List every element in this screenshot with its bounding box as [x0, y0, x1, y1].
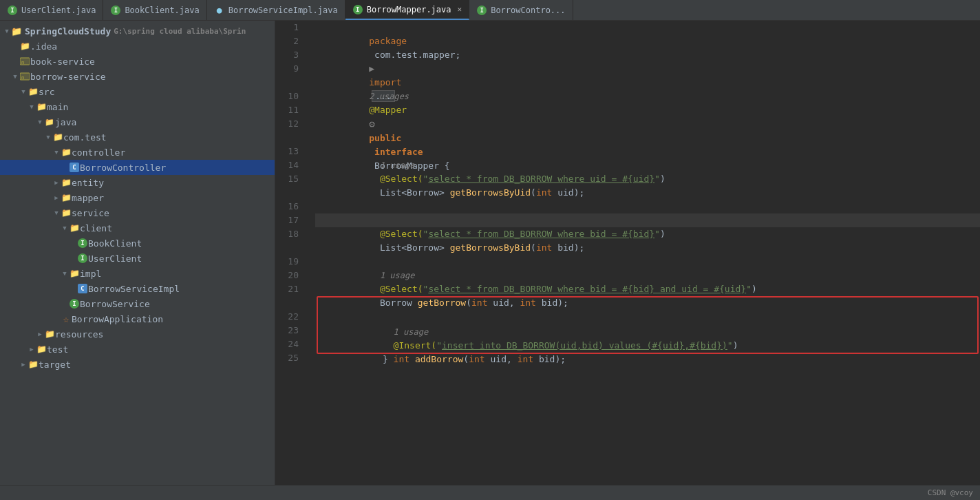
folder-icon-target: 📁 — [28, 359, 39, 370]
sidebar-item-impl[interactable]: ▼ 📁 impl — [0, 266, 275, 281]
tab-borrowcontroller[interactable]: I BorrowContro... — [469, 0, 573, 20]
sidebar-label-resources: resources — [55, 329, 103, 340]
ln-21: 21 — [275, 282, 304, 296]
sidebar-item-entity[interactable]: ▶ 📁 entity — [0, 175, 275, 190]
tab-label-borrowserviceimpl: BorrowServiceImpl.java — [228, 6, 338, 15]
sidebar-label-borrowapplication: BorrowApplication — [72, 314, 163, 324]
ln-15: 15 — [275, 172, 304, 186]
arrow-main: ▼ — [28, 103, 36, 110]
folder-icon-controller: 📁 — [61, 147, 72, 158]
ln-3: 3 — [275, 48, 304, 62]
folder-icon-src: 📁 — [28, 86, 39, 97]
sidebar-item-userclient[interactable]: I UserClient — [0, 251, 275, 266]
code-line-14: List<Borrow> getBorrowsByUid(int uid); — [315, 158, 980, 172]
sidebar-item-bookclient[interactable]: I BookClient — [0, 236, 275, 251]
sidebar-item-controller[interactable]: ▼ 📁 controller — [0, 145, 275, 160]
tab-icon-borrowserviceimpl: ● — [214, 5, 225, 16]
sidebar-item-idea[interactable]: 📁 .idea — [0, 39, 275, 54]
class-icon-borrowserviceimpl: C — [77, 283, 88, 294]
ln-usage3 — [275, 186, 304, 200]
sidebar-label-target: target — [39, 360, 71, 370]
sidebar-label-service: service — [72, 208, 109, 218]
code-line-17: List<Borrow> getBorrowsByBid(int bid); — [315, 213, 980, 227]
ln-20: 20 — [275, 269, 304, 282]
svg-text:m: m — [21, 75, 24, 81]
code-line-3: ▶ import ... — [315, 48, 980, 62]
sidebar-item-borrowservice[interactable]: I BorrowService — [0, 296, 275, 311]
sidebar-label-com-test: com.test — [63, 132, 107, 143]
ln-13: 13 — [275, 145, 304, 158]
tab-userclient[interactable]: I UserClient.java — [0, 0, 103, 20]
arrow-controller: ▼ — [52, 149, 61, 156]
folder-icon-com-test: 📁 — [52, 132, 63, 143]
ln-usage2 — [275, 131, 304, 145]
ln-24: 24 — [275, 337, 304, 351]
arrow-borrow-service: ▼ — [11, 73, 19, 80]
ln-9: 9 — [275, 62, 304, 76]
tab-borrowserviceimpl[interactable]: ● BorrowServiceImpl.java — [207, 0, 345, 20]
interface-icon-userclient: I — [77, 253, 88, 264]
sidebar-label-borrowcontroller: BorrowController — [80, 163, 166, 173]
sidebar-label-test: test — [47, 344, 68, 355]
insert-section: 1 usage @Insert("insert into DB_BORROW(u… — [317, 296, 979, 354]
code-line-16: @Select("select * from DB_BORROW where b… — [315, 200, 980, 213]
sidebar-label-controller: controller — [72, 147, 125, 158]
sidebar-item-resources[interactable]: ▶ 📁 resources — [0, 326, 275, 342]
folder-icon-mapper: 📁 — [61, 192, 72, 203]
sidebar-item-service[interactable]: ▼ 📁 service — [0, 205, 275, 220]
sidebar-item-borrowserviceimpl[interactable]: C BorrowServiceImpl — [0, 281, 275, 296]
arrow-entity: ▶ — [52, 179, 61, 186]
ln-17: 17 — [275, 213, 304, 227]
sidebar-item-client[interactable]: ▼ 📁 client — [0, 220, 275, 236]
ln-11: 11 — [275, 103, 304, 117]
ln-usage5 — [275, 296, 304, 310]
code-line-15 — [315, 172, 980, 186]
sidebar-item-borrow-service[interactable]: ▼ m borrow-service — [0, 69, 275, 84]
svg-text:m: m — [21, 60, 24, 65]
tab-bookclient[interactable]: I BookClient.java — [103, 0, 206, 20]
sidebar-item-book-service[interactable]: m book-service — [0, 54, 275, 69]
project-icon: 📁 — [11, 26, 22, 37]
tab-borrowmapper[interactable]: I BorrowMapper.java ✕ — [345, 0, 469, 20]
tab-icon-borrowmapper: I — [352, 4, 363, 15]
sidebar-label-book-service: book-service — [30, 56, 95, 67]
sidebar-item-src[interactable]: ▼ 📁 src — [0, 84, 275, 99]
arrow-src: ▼ — [19, 88, 28, 95]
project-header[interactable]: ▼ 📁 SpringCloudStudy G:\spring cloud ali… — [0, 23, 275, 39]
project-path: G:\spring cloud alibaba\Sprin — [114, 27, 246, 36]
code-editor[interactable]: 1 2 3 9 10 11 12 13 14 15 16 17 18 19 20… — [275, 21, 980, 485]
sidebar-label-mapper: mapper — [72, 193, 104, 203]
code-line-usage5: 1 usage — [318, 298, 977, 311]
sidebar-item-target[interactable]: ▶ 📁 target — [0, 357, 275, 372]
sidebar-label-main: main — [47, 102, 68, 112]
code-line-usage3: no usages — [315, 186, 980, 200]
arrow-mapper: ▶ — [52, 194, 61, 201]
arrow-client: ▼ — [61, 225, 69, 231]
sidebar-item-java[interactable]: ▼ 📁 java — [0, 114, 275, 129]
sidebar-item-main[interactable]: ▼ 📁 main — [0, 99, 275, 114]
sidebar-label-src: src — [39, 87, 54, 97]
tab-icon-borrowcontroller: I — [476, 5, 487, 16]
tab-bar: I UserClient.java I BookClient.java ● Bo… — [0, 0, 980, 21]
tab-close-borrowmapper[interactable]: ✕ — [458, 5, 462, 14]
sidebar-label-entity: entity — [72, 178, 104, 188]
folder-icon-impl: 📁 — [69, 268, 80, 279]
sidebar-item-com-test[interactable]: ▼ 📁 com.test — [0, 129, 275, 145]
ln-22: 22 — [275, 310, 304, 324]
code-line-9 — [315, 62, 980, 76]
folder-icon-idea: 📁 — [19, 41, 30, 52]
tab-icon-bookclient: I — [110, 5, 121, 16]
code-line-usage4: 1 usage — [315, 241, 980, 255]
tab-label-bookclient: BookClient.java — [125, 6, 199, 15]
sidebar-item-borrowcontroller[interactable]: C BorrowController — [0, 160, 275, 175]
arrow-project: ▼ — [3, 28, 11, 34]
code-lines: package com.test.mapper; ▶ import ... 2 … — [310, 21, 980, 485]
code-line-24: } — [318, 339, 977, 353]
ln-usage4 — [275, 241, 304, 255]
sidebar-item-test[interactable]: ▶ 📁 test — [0, 342, 275, 357]
ln-23: 23 — [275, 324, 304, 337]
ln-10: 10 — [275, 90, 304, 103]
sidebar-label-borrowserviceimpl: BorrowServiceImpl — [88, 284, 180, 294]
sidebar-item-mapper[interactable]: ▶ 📁 mapper — [0, 190, 275, 205]
sidebar-item-borrowapplication[interactable]: ☆ BorrowApplication — [0, 311, 275, 326]
